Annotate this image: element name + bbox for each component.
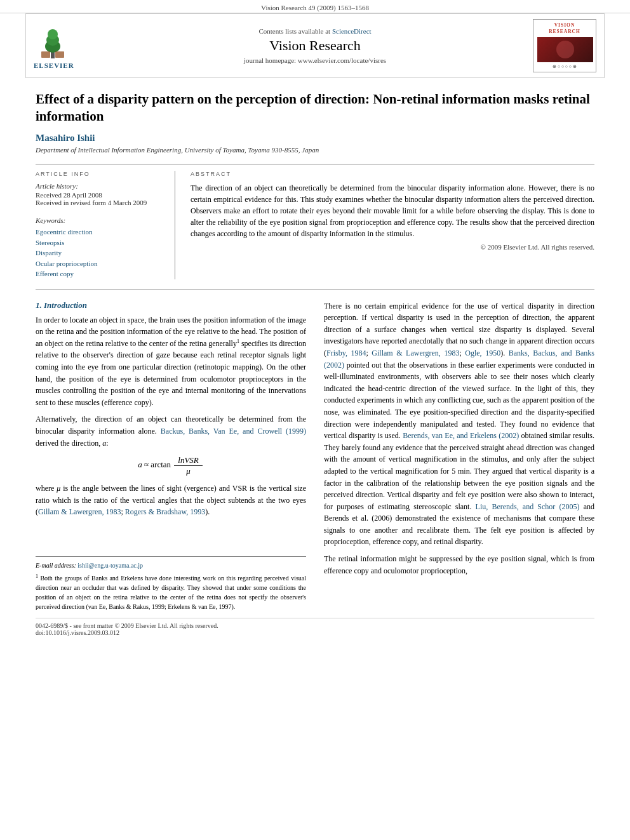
bottom-note: 0042-6989/$ - see front matter © 2009 El… xyxy=(36,618,594,636)
gillam-citation[interactable]: Gillam & Lawergren, 1983 xyxy=(38,507,121,516)
rogers-citation[interactable]: Rogers & Bradshaw, 1993 xyxy=(125,507,206,516)
article-info-label: ARTICLE INFO xyxy=(36,171,167,177)
journal-homepage: journal homepage: www.elsevier.com/locat… xyxy=(104,57,526,64)
liu-citation[interactable]: Liu, Berends, and Schor (2005) xyxy=(476,502,580,511)
body-column-right: There is no certain empirical evidence f… xyxy=(324,300,594,612)
received-date: Received 28 April 2008 xyxy=(36,191,167,199)
article-info-column: ARTICLE INFO Article history: Received 2… xyxy=(36,171,175,279)
revised-date: Received in revised form 4 March 2009 xyxy=(36,199,167,206)
abstract-text: The direction of an object can theoretic… xyxy=(191,182,594,239)
citation-text: Vision Research 49 (2009) 1563–1568 xyxy=(261,4,369,11)
vision-research-logo-title: VISIONRESEARCH xyxy=(537,22,592,35)
sciencedirect-label: Contents lists available at ScienceDirec… xyxy=(104,27,526,35)
sciencedirect-link[interactable]: ScienceDirect xyxy=(332,27,372,35)
right-paragraph-2: The retinal information might be suppres… xyxy=(324,553,594,577)
ogle-citation[interactable]: Ogle, 1950 xyxy=(465,349,500,357)
elsevier-tree-icon xyxy=(34,22,72,60)
elsevier-text: ELSEVIER xyxy=(34,62,104,69)
elsevier-logo: ELSEVIER xyxy=(34,22,104,69)
keyword-1: Egocentric direction xyxy=(36,227,167,237)
right-paragraph-1: There is no certain empirical evidence f… xyxy=(324,300,594,548)
backus-citation[interactable]: Backus, Banks, Van Ee, and Crowell (1999… xyxy=(161,427,306,436)
keyword-3: Disparity xyxy=(36,248,167,258)
author-affiliation: Department of Intellectual Information E… xyxy=(36,146,594,154)
author-name: Masahiro Ishii xyxy=(36,133,594,143)
citation-bar: Vision Research 49 (2009) 1563–1568 xyxy=(0,0,630,13)
logo-image xyxy=(537,37,593,62)
vision-research-logo-container: VISIONRESEARCH ⊕ ○ ○ ○ ○ ⊕ xyxy=(526,19,596,72)
history-heading: Article history: xyxy=(36,182,167,190)
svg-rect-5 xyxy=(55,51,64,58)
intro-paragraph-3: where μ is the angle between the lines o… xyxy=(36,483,306,518)
body-column-left: 1. Introduction In order to locate an ob… xyxy=(36,300,306,612)
frisby-citation[interactable]: Frisby, 1984 xyxy=(326,349,366,357)
footnote-area: E-mail address: ishii@eng.u-toyama.ac.jp… xyxy=(36,556,306,611)
abstract-copyright: © 2009 Elsevier Ltd. All rights reserved… xyxy=(191,243,594,251)
journal-header-center: Contents lists available at ScienceDirec… xyxy=(104,27,526,64)
formula-block: a ≈ arctan lnVSR μ xyxy=(36,455,306,476)
abstract-column: ABSTRACT The direction of an object can … xyxy=(191,171,594,279)
footnote-1: 1 Both the groups of Banks and Erkelens … xyxy=(36,573,306,611)
email-link[interactable]: ishii@eng.u-toyama.ac.jp xyxy=(77,562,143,569)
berends-citation[interactable]: Berends, van Ee, and Erkelens (2002) xyxy=(403,431,519,440)
logo-dots: ⊕ ○ ○ ○ ○ ⊕ xyxy=(537,64,592,69)
svg-point-3 xyxy=(48,29,58,39)
email-footnote: E-mail address: ishii@eng.u-toyama.ac.jp xyxy=(36,561,306,570)
section-1-heading: 1. Introduction xyxy=(36,300,306,310)
keywords-heading: Keywords: xyxy=(36,217,167,224)
svg-rect-4 xyxy=(41,51,50,58)
journal-title: Vision Research xyxy=(104,37,526,54)
keyword-2: Stereopsis xyxy=(36,237,167,248)
gillam2-citation[interactable]: Gillam & Lawergren, 1983 xyxy=(372,349,459,357)
article-title: Effect of a disparity pattern on the per… xyxy=(36,91,594,126)
bottom-note-text: 0042-6989/$ - see front matter © 2009 El… xyxy=(36,622,594,629)
keyword-5: Efferent copy xyxy=(36,269,167,279)
doi-text: doi:10.1016/j.visres.2009.03.012 xyxy=(36,629,594,636)
keyword-4: Ocular proprioception xyxy=(36,258,167,269)
intro-paragraph-2: Alternatively, the direction of an objec… xyxy=(36,413,306,449)
divider xyxy=(36,290,594,290)
intro-paragraph-1: In order to locate an object in space, t… xyxy=(36,314,306,409)
keywords-list: Egocentric direction Stereopsis Disparit… xyxy=(36,227,167,279)
abstract-label: ABSTRACT xyxy=(191,171,594,177)
